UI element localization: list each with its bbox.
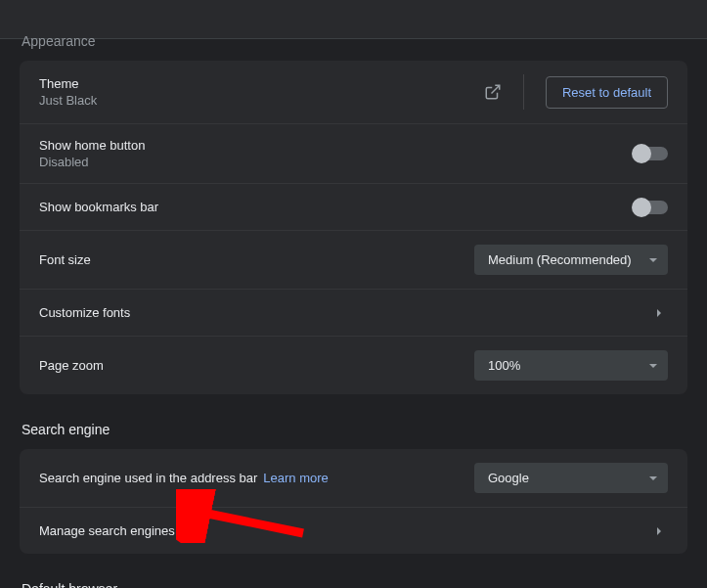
font-size-value: Medium (Recommended) [488, 252, 632, 267]
open-in-new-icon[interactable] [484, 83, 502, 101]
page-zoom-value: 100% [488, 358, 520, 373]
theme-label: Theme [39, 76, 484, 91]
default-browser-section-title: Default browser [22, 581, 687, 588]
manage-search-engines-label: Manage search engines [39, 523, 656, 538]
chevron-down-icon [648, 361, 658, 371]
font-size-label: Font size [39, 252, 474, 267]
reset-to-default-button[interactable]: Reset to default [546, 76, 668, 109]
show-home-button-toggle[interactable] [635, 147, 668, 160]
chevron-down-icon [648, 474, 658, 483]
show-bookmarks-bar-label: Show bookmarks bar [39, 200, 635, 214]
page-zoom-select[interactable]: 100% [474, 350, 668, 381]
divider [523, 74, 524, 110]
theme-row[interactable]: Theme Just Black Reset to default [20, 61, 687, 123]
search-engine-card: Search engine used in the address bar Le… [20, 449, 687, 554]
show-home-button-label: Show home button [39, 138, 635, 153]
appearance-card: Theme Just Black Reset to default Show h… [20, 61, 687, 394]
font-size-select[interactable]: Medium (Recommended) [474, 245, 668, 275]
chevron-right-icon [656, 526, 662, 536]
show-bookmarks-bar-toggle[interactable] [635, 201, 668, 214]
appearance-section-title: Appearance [22, 33, 687, 49]
customize-fonts-row[interactable]: Customize fonts [20, 289, 687, 336]
search-engine-used-row: Search engine used in the address bar Le… [20, 449, 687, 507]
toggle-knob [632, 144, 651, 163]
svg-line-0 [491, 85, 499, 93]
show-home-button-sub: Disabled [39, 155, 635, 169]
theme-value: Just Black [39, 93, 484, 108]
chevron-down-icon [648, 255, 658, 265]
search-engine-select[interactable]: Google [474, 463, 668, 493]
page-zoom-row: Page zoom 100% [20, 336, 687, 394]
search-engine-section-title: Search engine [22, 422, 687, 437]
page-zoom-label: Page zoom [39, 358, 474, 373]
customize-fonts-label: Customize fonts [39, 305, 656, 320]
manage-search-engines-row[interactable]: Manage search engines [20, 507, 687, 554]
show-home-button-row[interactable]: Show home button Disabled [20, 123, 687, 183]
toggle-knob [632, 198, 651, 217]
font-size-row: Font size Medium (Recommended) [20, 230, 687, 289]
learn-more-link[interactable]: Learn more [263, 471, 328, 485]
show-bookmarks-bar-row[interactable]: Show bookmarks bar [20, 183, 687, 230]
chevron-right-icon [656, 308, 662, 318]
search-engine-used-label: Search engine used in the address bar [39, 471, 257, 485]
search-engine-value: Google [488, 471, 529, 485]
